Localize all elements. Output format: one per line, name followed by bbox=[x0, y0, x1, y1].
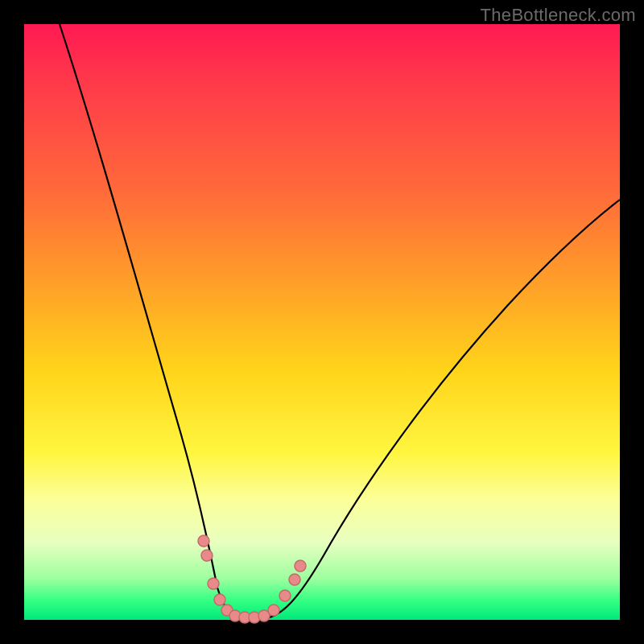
marker-dot bbox=[208, 578, 219, 589]
curve-right bbox=[266, 200, 620, 618]
marker-dot bbox=[289, 574, 300, 585]
chart-frame: TheBottleneck.com bbox=[0, 0, 644, 644]
plot-area bbox=[24, 24, 620, 620]
curve-left bbox=[60, 24, 240, 618]
watermark-text: TheBottleneck.com bbox=[481, 5, 636, 26]
marker-dot bbox=[279, 590, 291, 601]
marker-group bbox=[198, 535, 306, 623]
marker-dot bbox=[198, 535, 209, 547]
marker-dot bbox=[201, 550, 213, 561]
marker-dot bbox=[295, 560, 306, 572]
marker-dot bbox=[268, 605, 279, 616]
chart-svg bbox=[24, 24, 620, 620]
marker-dot bbox=[214, 594, 225, 605]
